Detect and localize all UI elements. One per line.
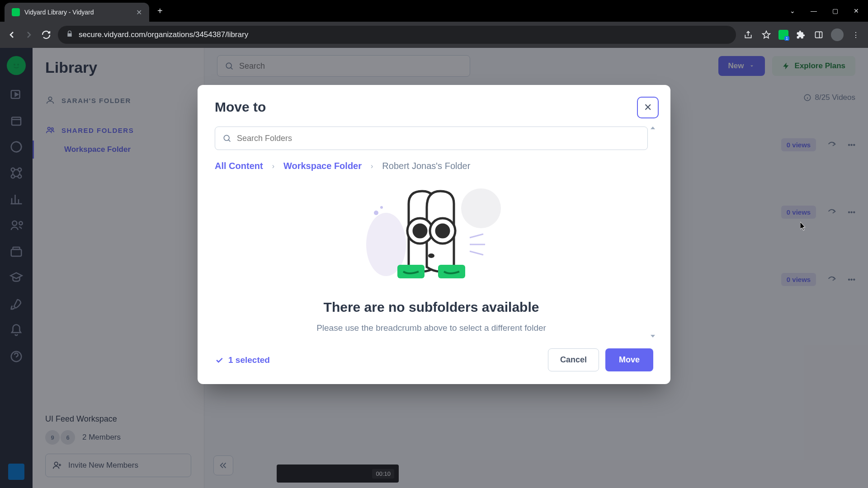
svg-point-23 <box>380 206 383 209</box>
svg-point-20 <box>224 135 229 141</box>
tabs-dropdown-icon[interactable]: ⌄ <box>786 5 799 16</box>
svg-rect-31 <box>438 265 465 278</box>
svg-point-27 <box>414 225 426 237</box>
side-panel-icon[interactable] <box>813 29 825 41</box>
breadcrumb: All Content › Workspace Folder › Robert … <box>215 161 648 171</box>
new-tab-button[interactable]: + <box>157 6 163 16</box>
close-window-icon[interactable]: ✕ <box>850 5 863 16</box>
maximize-icon[interactable]: ▢ <box>829 5 842 16</box>
chevron-right-icon: › <box>272 162 274 170</box>
chevron-right-icon: › <box>371 162 373 170</box>
browser-tab-strip: Vidyard Library - Vidyard ✕ + ⌄ — ▢ ✕ <box>0 0 868 22</box>
bookmark-icon[interactable] <box>760 29 772 41</box>
breadcrumb-current: Robert Jonas's Folder <box>382 161 470 171</box>
svg-rect-30 <box>397 265 425 278</box>
scrollbar[interactable] <box>651 127 655 338</box>
svg-rect-0 <box>816 32 822 38</box>
move-to-modal: Move to ✕ All Content › Workspace Folder… <box>198 85 670 384</box>
lock-icon <box>66 30 73 40</box>
back-button[interactable] <box>6 29 17 40</box>
folder-search[interactable] <box>215 127 648 150</box>
url-text: secure.vidyard.com/organizations/3454387… <box>79 30 248 39</box>
svg-point-28 <box>436 225 449 237</box>
empty-state-illustration <box>215 186 648 285</box>
move-button[interactable]: Move <box>605 348 653 371</box>
chrome-menu-icon[interactable]: ⋮ <box>850 29 862 41</box>
profile-avatar-icon[interactable] <box>831 28 844 41</box>
search-icon <box>222 134 231 143</box>
cancel-button[interactable]: Cancel <box>548 348 599 371</box>
forward-button[interactable] <box>24 29 34 40</box>
browser-actions: ⋮ <box>742 28 862 41</box>
modal-close-button[interactable]: ✕ <box>637 97 659 118</box>
svg-point-21 <box>461 188 501 228</box>
browser-toolbar: secure.vidyard.com/organizations/3454387… <box>0 22 868 48</box>
favicon-icon <box>12 8 20 16</box>
tab-title: Vidyard Library - Vidyard <box>24 9 132 16</box>
modal-backdrop[interactable]: Move to ✕ All Content › Workspace Folder… <box>0 48 868 488</box>
modal-title: Move to <box>215 99 653 115</box>
address-bar[interactable]: secure.vidyard.com/organizations/3454387… <box>58 26 736 44</box>
extension-badge-icon[interactable] <box>778 30 788 40</box>
minimize-icon[interactable]: — <box>807 5 821 16</box>
window-controls: ⌄ — ▢ ✕ <box>786 5 863 16</box>
svg-point-29 <box>428 253 434 258</box>
folder-search-input[interactable] <box>237 134 640 143</box>
tab-close-icon[interactable]: ✕ <box>136 8 142 17</box>
empty-state-title: There are no subfolders available <box>215 300 648 315</box>
selection-count: 1 selected <box>215 355 270 365</box>
breadcrumb-workspace-folder[interactable]: Workspace Folder <box>283 161 362 171</box>
modal-footer: 1 selected Cancel Move <box>215 348 653 371</box>
extensions-icon[interactable] <box>795 29 807 41</box>
check-icon <box>215 356 224 365</box>
svg-point-22 <box>374 211 378 215</box>
empty-state-subtitle: Please use the breadcrumb above to selec… <box>215 323 648 333</box>
reload-button[interactable] <box>41 29 52 40</box>
selection-text: 1 selected <box>228 355 270 365</box>
browser-tab[interactable]: Vidyard Library - Vidyard ✕ <box>5 3 149 22</box>
breadcrumb-all-content[interactable]: All Content <box>215 161 263 171</box>
share-page-icon[interactable] <box>742 29 754 41</box>
